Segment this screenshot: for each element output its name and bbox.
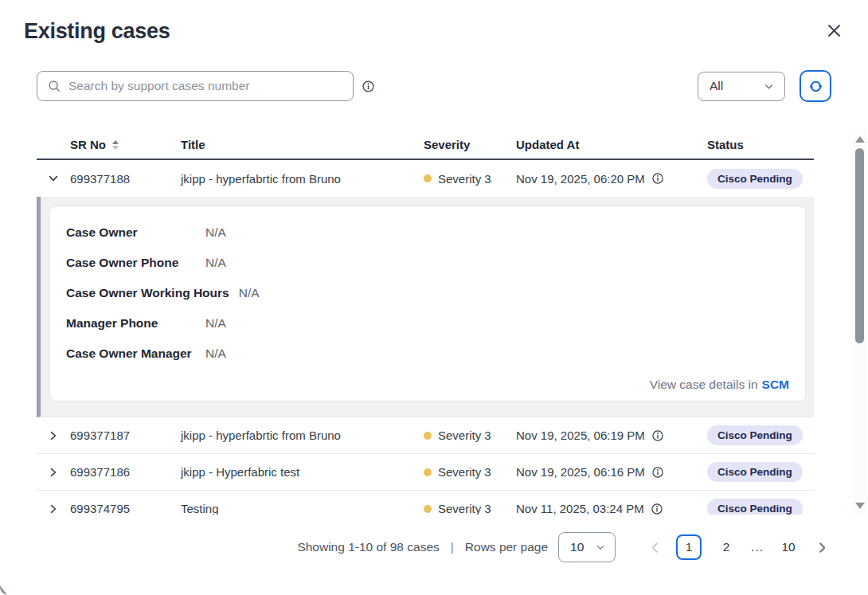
pagination-bar: Showing 1-10 of 98 cases | Rows per page… — [37, 524, 831, 570]
field-label: Case Owner Manager — [66, 345, 196, 362]
chevron-right-icon — [815, 540, 830, 555]
field-value: N/A — [239, 284, 260, 301]
close-button[interactable] — [824, 21, 844, 41]
status-badge: Cisco Pending — [707, 462, 803, 482]
page-title: Existing cases — [24, 19, 170, 44]
title-cell: jkipp - hyperfabrtic from Bruno — [181, 172, 424, 186]
scroll-up-icon[interactable] — [855, 136, 865, 143]
sr-no-cell: 699377186 — [70, 465, 181, 479]
severity-dot — [424, 174, 432, 182]
next-page-button[interactable] — [813, 538, 831, 557]
status-badge: Cisco Pending — [707, 169, 803, 189]
chevron-right-icon — [47, 466, 60, 479]
field-value: N/A — [205, 254, 226, 271]
title-cell: Testing — [181, 502, 424, 515]
detail-field: Case Owner Working Hours N/A — [66, 284, 789, 301]
column-header-sr-no[interactable]: SR No — [70, 138, 181, 151]
sr-no-cell: 699374795 — [70, 502, 181, 515]
pages-ellipsis: ... — [751, 540, 764, 554]
field-label: Case Owner — [66, 224, 196, 241]
chevron-right-icon — [47, 503, 60, 515]
status-badge: Cisco Pending — [707, 425, 803, 445]
rows-per-page-label: Rows per page — [465, 540, 548, 554]
info-icon[interactable] — [651, 172, 664, 185]
table-row[interactable]: 699374795 Testing Severity 3 Nov 11, 202… — [37, 491, 814, 515]
page-button-10[interactable]: 10 — [776, 534, 801, 560]
severity-cell: Severity 3 — [424, 502, 516, 515]
info-icon[interactable] — [651, 466, 664, 479]
scm-link[interactable]: SCM — [762, 378, 789, 391]
detail-field: Case Owner N/A — [66, 224, 789, 241]
cases-table: SR No Title Severity Updated At Status 6… — [37, 131, 849, 515]
column-header-severity: Severity — [424, 138, 516, 151]
sort-icon[interactable] — [112, 140, 119, 150]
severity-cell: Severity 3 — [424, 429, 516, 442]
close-icon — [827, 24, 841, 37]
status-badge: Cisco Pending — [707, 499, 803, 515]
toolbar: All — [37, 70, 831, 102]
expand-row-button[interactable] — [37, 503, 70, 515]
severity-dot — [424, 505, 432, 513]
search-info-icon[interactable] — [362, 80, 375, 93]
search-icon — [47, 79, 61, 93]
field-label: Manager Phone — [66, 315, 196, 331]
page-button-2[interactable]: 2 — [714, 534, 739, 560]
column-header-title: Title — [181, 138, 424, 151]
title-cell: jkipp - Hyperfabric test — [181, 465, 424, 479]
sr-no-cell: 699377187 — [70, 429, 181, 442]
field-label: Case Owner Phone — [66, 254, 196, 271]
chevron-down-icon — [763, 80, 775, 92]
title-cell: jkipp - hyperfabrtic from Bruno — [181, 429, 424, 442]
field-label: Case Owner Working Hours — [66, 284, 229, 301]
info-icon[interactable] — [651, 429, 664, 442]
expand-row-button[interactable] — [37, 466, 70, 479]
chevron-down-icon — [47, 172, 60, 185]
view-case-details-row: View case details inSCM — [66, 378, 789, 392]
refresh-button[interactable] — [800, 70, 831, 102]
status-cell: Cisco Pending — [707, 462, 814, 482]
severity-cell: Severity 3 — [424, 465, 516, 479]
chevron-down-icon — [595, 542, 606, 553]
status-cell: Cisco Pending — [707, 499, 814, 515]
page-button-1[interactable]: 1 — [676, 534, 702, 560]
mouse-cursor — [0, 585, 7, 595]
separator: | — [450, 540, 455, 554]
pager: 1 2 ... 10 — [646, 534, 831, 560]
detail-field: Case Owner Phone N/A — [66, 254, 789, 271]
showing-summary: Showing 1-10 of 98 cases — [297, 540, 439, 554]
updated-at-cell: Nov 19, 2025, 06:16 PM — [516, 465, 707, 479]
filter-dropdown-value: All — [710, 79, 723, 93]
search-input[interactable] — [68, 79, 343, 93]
scrollbar-thumb[interactable] — [855, 148, 864, 343]
table-header-row: SR No Title Severity Updated At Status — [37, 131, 814, 160]
updated-at-cell: Nov 11, 2025, 03:24 PM — [516, 502, 707, 515]
column-header-status: Status — [707, 138, 814, 151]
expand-row-button[interactable] — [37, 429, 70, 442]
detail-field: Case Owner Manager N/A — [66, 345, 789, 362]
case-details-card: Case Owner N/A Case Owner Phone N/A Case… — [49, 206, 806, 401]
filter-dropdown[interactable]: All — [698, 72, 785, 101]
table-row[interactable]: 699377186 jkipp - Hyperfabric test Sever… — [37, 454, 814, 491]
status-cell: Cisco Pending — [707, 425, 814, 445]
column-header-updated-at: Updated At — [516, 138, 707, 151]
table-row[interactable]: 699377187 jkipp - hyperfabrtic from Brun… — [37, 417, 814, 454]
rows-per-page-value: 10 — [570, 540, 584, 554]
vertical-scrollbar[interactable] — [853, 131, 866, 515]
previous-page-button[interactable] — [646, 538, 664, 557]
expanded-row-details: Case Owner N/A Case Owner Phone N/A Case… — [37, 197, 814, 417]
table-row[interactable]: 699377188 jkipp - hyperfabrtic from Brun… — [37, 160, 814, 197]
chevron-right-icon — [47, 429, 60, 442]
modal-header: Existing cases — [0, 0, 868, 44]
updated-at-cell: Nov 19, 2025, 06:19 PM — [516, 429, 707, 442]
info-icon[interactable] — [651, 503, 663, 515]
collapse-row-button[interactable] — [37, 172, 70, 185]
severity-dot — [424, 468, 432, 476]
rows-per-page-dropdown[interactable]: 10 — [558, 532, 616, 562]
field-value: N/A — [205, 224, 226, 241]
refresh-icon — [808, 79, 823, 94]
scroll-down-icon[interactable] — [855, 503, 865, 509]
chevron-left-icon — [647, 540, 663, 555]
search-box[interactable] — [37, 71, 354, 101]
sr-no-cell: 699377188 — [70, 172, 181, 186]
status-cell: Cisco Pending — [707, 169, 814, 189]
